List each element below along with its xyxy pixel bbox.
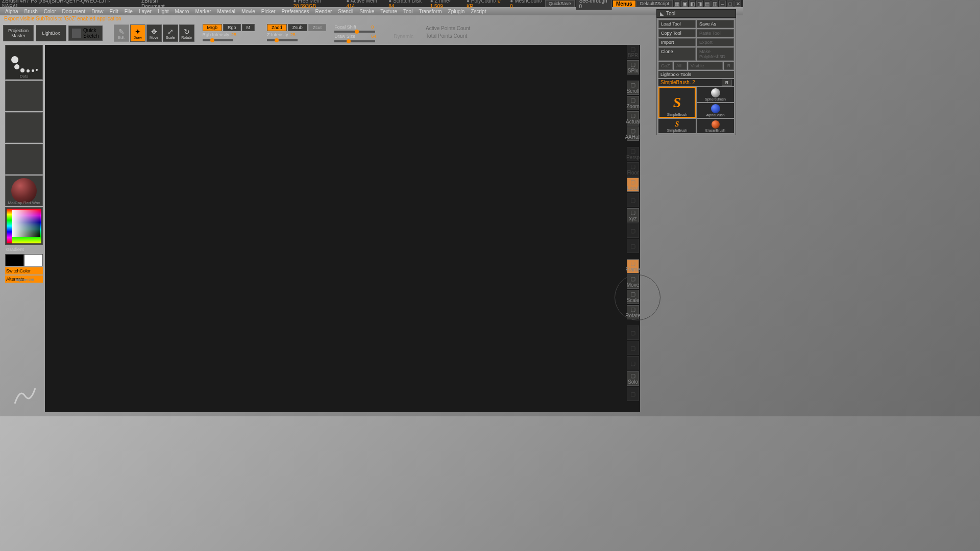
dock-btn19[interactable]: ▢ <box>627 356 639 370</box>
goz-r-button[interactable]: R <box>724 62 734 70</box>
load-tool-button[interactable]: Load Tool <box>658 20 696 28</box>
menu-zplugin[interactable]: Zplugin <box>445 8 468 15</box>
zadd-button[interactable]: Zadd <box>267 24 287 31</box>
zsub-button[interactable]: Zsub <box>288 24 307 31</box>
copy-tool-button[interactable]: Copy Tool <box>658 29 696 37</box>
menu-tool[interactable]: Tool <box>400 8 415 15</box>
menu-transform[interactable]: Transform <box>415 8 445 15</box>
menu-texture[interactable]: Texture <box>377 8 400 15</box>
dock-xyz[interactable]: ▢xyz <box>627 208 639 222</box>
move-button[interactable]: ✥Move <box>146 24 162 42</box>
menu-brush[interactable]: Brush <box>21 8 41 15</box>
dock-btn17[interactable]: ▢ <box>627 325 639 340</box>
dock-zoom[interactable]: ▢Zoom <box>627 96 639 110</box>
color-picker[interactable] <box>5 207 43 245</box>
alpha-slot[interactable]: Alpha Off <box>5 112 43 143</box>
quicksave-button[interactable]: QuickSave <box>545 0 575 7</box>
dock-btn9[interactable]: ▢ <box>627 193 639 207</box>
menus-button[interactable]: Menus <box>613 1 635 7</box>
goz-all-button[interactable]: All <box>674 62 687 70</box>
icon-button[interactable]: ▤ <box>704 1 710 7</box>
menu-file[interactable]: File <box>121 8 136 15</box>
quick-sketch-button[interactable]: Quick Sketch <box>68 26 103 41</box>
icon-button[interactable]: ▦ <box>674 1 680 7</box>
menu-macro[interactable]: Macro <box>172 8 192 15</box>
paste-tool-button[interactable]: Paste Tool <box>697 29 734 37</box>
material-slot[interactable]: MatCap Red Wax <box>5 176 43 206</box>
dock-persp[interactable]: ▢Persp <box>627 147 639 161</box>
dock-btn18[interactable]: ▢ <box>627 341 639 355</box>
seethrough-slider[interactable]: See-through 0 <box>576 0 612 10</box>
menu-movie[interactable]: Movie <box>238 8 258 15</box>
tool-mini-eraserbrush[interactable]: EraserBrush <box>697 119 734 133</box>
zcut-button[interactable]: Zcut <box>308 24 327 31</box>
mrgb-button[interactable]: Mrgb <box>203 24 223 31</box>
dock-local[interactable]: ▢Local <box>627 178 639 192</box>
tool-spherebrush[interactable]: SphereBrush <box>697 87 734 102</box>
menu-edit[interactable]: Edit <box>107 8 121 15</box>
menu-material[interactable]: Material <box>214 8 239 15</box>
icon-button[interactable]: ◨ <box>696 1 703 7</box>
main-color-swatch[interactable] <box>5 254 24 266</box>
import-button[interactable]: Import <box>658 38 696 46</box>
focal-shift-slider[interactable] <box>334 31 375 33</box>
dock-aahalf[interactable]: ▢AAHalf <box>627 127 639 141</box>
brush-slot[interactable]: Dots <box>5 45 43 80</box>
lightbox-button[interactable]: LightBox <box>36 25 66 41</box>
menu-zscript[interactable]: Zscript <box>468 8 489 15</box>
dock-floor[interactable]: ▢Floor <box>627 162 639 177</box>
menu-document[interactable]: Document <box>59 8 89 15</box>
tool-simplebrush[interactable]: S SimpleBrush <box>658 87 696 118</box>
tool-mini-simplebrush[interactable]: S SimpleBrush <box>658 119 696 133</box>
edit-button[interactable]: ✎Edit <box>114 24 129 42</box>
canvas[interactable] <box>45 45 640 412</box>
dock-rotate[interactable]: ▢Rotate <box>627 305 639 319</box>
export-button[interactable]: Export <box>697 38 734 46</box>
maximize-button[interactable]: □ <box>727 1 733 7</box>
switchcolor-button[interactable]: SwitchColor <box>5 267 43 274</box>
rgb-intensity-slider[interactable] <box>203 39 233 41</box>
dock-btn11[interactable]: ▢ <box>627 223 639 238</box>
dock-scale[interactable]: ▢Scale <box>627 290 639 304</box>
menu-render[interactable]: Render <box>312 8 335 15</box>
rotate-button[interactable]: ↻Rotate <box>179 24 194 42</box>
texture-slot[interactable]: Texture Off <box>5 144 43 174</box>
stroke-slot[interactable] <box>5 81 43 111</box>
dock-frame[interactable]: ▢Frame <box>627 259 639 273</box>
menu-alpha[interactable]: Alpha <box>2 8 21 15</box>
dock-actual[interactable]: ▢Actual <box>627 111 639 126</box>
z-intensity-slider[interactable] <box>267 39 298 41</box>
draw-button[interactable]: ✦Draw <box>130 24 145 42</box>
icon-button[interactable]: ◧ <box>689 1 696 7</box>
menu-preferences[interactable]: Preferences <box>279 8 312 15</box>
icon-button[interactable]: ▣ <box>681 1 688 7</box>
menu-stencil[interactable]: Stencil <box>335 8 356 15</box>
lightbox-tools-button[interactable]: Lightbox› Tools <box>658 71 734 78</box>
default-script[interactable]: DefaultZScript <box>636 0 673 7</box>
menu-draw[interactable]: Draw <box>88 8 106 15</box>
dock-spix[interactable]: ▢SPix <box>627 60 639 74</box>
tool-panel-header[interactable]: ◣ Tool <box>656 9 736 18</box>
close-button[interactable]: ✕ <box>734 1 741 7</box>
dock-bpr[interactable]: ▢BPR <box>627 45 639 59</box>
menu-layer[interactable]: Layer <box>136 8 155 15</box>
dock-move[interactable]: ▢Move <box>627 274 639 289</box>
draw-size-slider[interactable] <box>334 40 375 42</box>
menu-marker[interactable]: Marker <box>192 8 214 15</box>
goz-visible-button[interactable]: Visible <box>688 62 723 70</box>
icon-button[interactable]: ▥ <box>712 1 718 7</box>
menu-picker[interactable]: Picker <box>258 8 279 15</box>
dock-scroll[interactable]: ▢Scroll <box>627 81 639 95</box>
menu-color[interactable]: Color <box>41 8 59 15</box>
menu-stroke[interactable]: Stroke <box>356 8 377 15</box>
clone-button[interactable]: Clone <box>658 47 696 61</box>
m-button[interactable]: M <box>242 24 255 31</box>
projection-master-button[interactable]: Projection Master <box>3 25 34 41</box>
dock-btn21[interactable]: ▢ <box>627 387 639 401</box>
menu-light[interactable]: Light <box>155 8 172 15</box>
rgb-button[interactable]: Rgb <box>223 24 241 31</box>
dock-btn12[interactable]: ▢ <box>627 239 639 253</box>
save-as-button[interactable]: Save As <box>697 20 734 28</box>
secondary-color-swatch[interactable] <box>24 254 43 266</box>
tool-alphabrush[interactable]: AlphaBrush <box>697 103 734 118</box>
